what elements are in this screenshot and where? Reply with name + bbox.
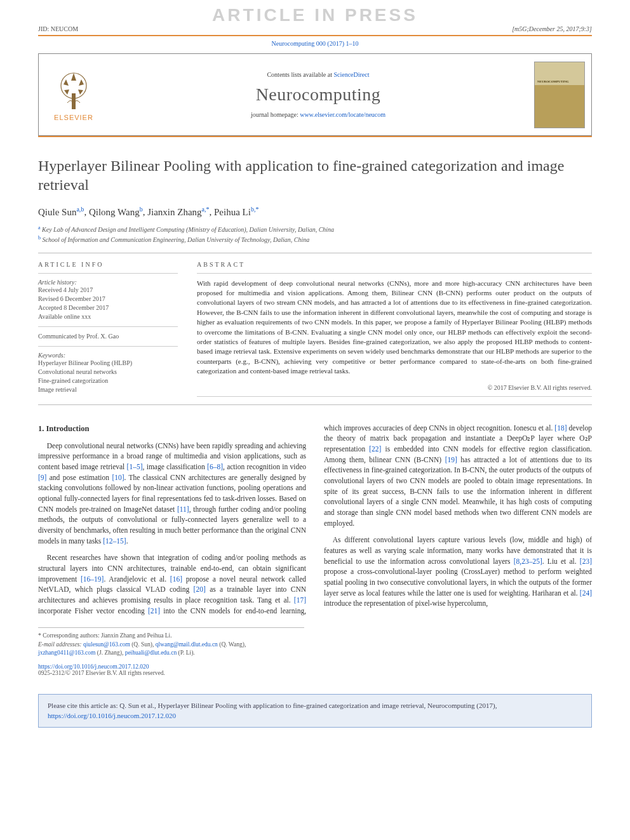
author-email[interactable]: qlwang@mail.dlut.edu.cn bbox=[156, 641, 218, 648]
journal-name: Neurocomputing bbox=[256, 84, 381, 105]
email-who: (P. Li). bbox=[178, 650, 195, 656]
citation[interactable]: [9] bbox=[38, 474, 46, 481]
publisher-name: ELSEVIER bbox=[54, 114, 93, 121]
affiliation-text: School of Information and Communication … bbox=[43, 237, 310, 244]
body-text: . bbox=[126, 537, 128, 545]
author-email[interactable]: jxzhang0411@163.com bbox=[38, 650, 95, 656]
doi-link[interactable]: https://doi.org/10.1016/j.neucom.2017.12… bbox=[38, 663, 149, 670]
cite-this-article-box: Please cite this article as: Q. Sun et a… bbox=[38, 694, 592, 728]
citation[interactable]: [16] bbox=[170, 575, 182, 583]
citebox-text: Please cite this article as: Q. Sun et a… bbox=[48, 702, 497, 709]
journal-homepage-link[interactable]: www.elsevier.com/locate/neucom bbox=[300, 111, 385, 118]
history-item: Revised 6 December 2017 bbox=[38, 295, 178, 303]
author-name: Jianxin Zhang bbox=[147, 207, 201, 217]
keywords-label: Keywords: bbox=[38, 352, 178, 359]
abstract-column: abstract With rapid development of deep … bbox=[197, 261, 592, 397]
issn-copyright: 0925-2312/© 2017 Elsevier B.V. All right… bbox=[38, 670, 304, 676]
citation[interactable]: [20] bbox=[194, 585, 206, 593]
journal-masthead: ELSEVIER Contents lists available at Sci… bbox=[38, 53, 592, 136]
article-title: Hyperlayer Bilinear Pooling with applica… bbox=[38, 156, 592, 194]
citation[interactable]: [10] bbox=[112, 474, 124, 481]
citation[interactable]: [23] bbox=[580, 557, 592, 565]
body-text: introduce the representation of pixel-wi… bbox=[324, 599, 488, 607]
history-item: Accepted 8 December 2017 bbox=[38, 303, 178, 312]
homepage-prefix: journal homepage: bbox=[251, 111, 300, 118]
keyword: Fine-grained categorization bbox=[38, 377, 178, 385]
journal-reference-line: Neurocomputing 000 (2017) 1–10 bbox=[0, 36, 630, 51]
citation[interactable]: [1–5] bbox=[127, 463, 143, 470]
affiliation-text: Key Lab of Advanced Design and Intellige… bbox=[42, 226, 334, 233]
keyword: Hyperlayer Bilinear Pooling (HLBP) bbox=[38, 359, 178, 368]
citation[interactable]: [22] bbox=[369, 445, 381, 453]
citation[interactable]: [6–8] bbox=[207, 463, 223, 470]
build-meta: [m5G;December 25, 2017;9:3] bbox=[512, 25, 592, 32]
history-label: Article history: bbox=[38, 279, 178, 286]
body-text: and pose estimation bbox=[46, 474, 112, 481]
body-text: , action recognition in video bbox=[223, 463, 306, 470]
divider bbox=[38, 253, 592, 253]
affiliation-list: a Key Lab of Advanced Design and Intelli… bbox=[38, 224, 592, 245]
abstract-text: With rapid development of deep convoluti… bbox=[197, 279, 592, 377]
jid-label: JID: NEUCOM bbox=[38, 25, 78, 32]
citation[interactable]: [16–19] bbox=[81, 575, 104, 583]
author-name: Qiule Sun bbox=[38, 207, 76, 217]
history-item: Received 4 July 2017 bbox=[38, 286, 178, 295]
history-item: Available online xxx bbox=[38, 312, 178, 321]
contents-lists-line: Contents lists available at ScienceDirec… bbox=[267, 71, 369, 78]
citation[interactable]: [21] bbox=[148, 607, 160, 615]
cover-thumbnail-block: NEUROCOMPUTING bbox=[528, 54, 591, 135]
email-line: E-mail addresses: qiulesun@163.com (Q. S… bbox=[38, 641, 304, 658]
article-info-column: article info Article history: Received 4… bbox=[38, 261, 178, 397]
citation[interactable]: [17] bbox=[294, 596, 306, 604]
citation[interactable]: [24] bbox=[580, 589, 592, 597]
citebox-doi-link[interactable]: https://doi.org/10.1016/j.neucom.2017.12… bbox=[48, 712, 176, 719]
abstract-header: abstract bbox=[197, 261, 592, 268]
citation[interactable]: [11] bbox=[177, 505, 189, 513]
cover-title: NEUROCOMPUTING bbox=[537, 80, 569, 83]
citation[interactable]: [12–15] bbox=[103, 537, 126, 545]
section-heading: 1. Introduction bbox=[38, 423, 306, 434]
corresponding-note: * Corresponding authors: Jianxin Zhang a… bbox=[38, 632, 304, 640]
body-text: incorporate Fisher vector encoding bbox=[38, 607, 148, 615]
email-who: (Q. Wang) bbox=[219, 641, 245, 648]
author-email[interactable]: qiulesun@163.com bbox=[83, 641, 130, 648]
corresponding-star: * bbox=[206, 206, 210, 213]
body-text: propose a cross-convolutional-layer pool… bbox=[324, 568, 592, 596]
affiliation-key: a bbox=[38, 225, 41, 230]
top-meta-bar: JID: NEUCOM [m5G;December 25, 2017;9:3] bbox=[0, 25, 630, 35]
body-paragraph: Deep convolutional neural networks (CNNs… bbox=[38, 441, 306, 547]
affiliation: b School of Information and Communicatio… bbox=[38, 234, 592, 244]
affiliation: a Key Lab of Advanced Design and Intelli… bbox=[38, 224, 592, 234]
contents-lists-prefix: Contents lists available at bbox=[267, 71, 333, 78]
publisher-block: ELSEVIER bbox=[39, 54, 109, 135]
author-name: Peihua Li bbox=[214, 207, 251, 217]
article-body: 1. Introduction Deep convolutional neura… bbox=[38, 423, 592, 617]
author-aff: a,b bbox=[76, 206, 84, 213]
abstract-copyright: © 2017 Elsevier B.V. All rights reserved… bbox=[197, 384, 592, 391]
email-who: (Q. Sun) bbox=[131, 641, 152, 648]
divider bbox=[38, 404, 592, 405]
citation[interactable]: [18] bbox=[554, 424, 566, 432]
journal-ref-link[interactable]: Neurocomputing 000 (2017) 1–10 bbox=[272, 40, 359, 47]
sciencedirect-link[interactable]: ScienceDirect bbox=[333, 71, 369, 78]
body-paragraph: As different convolutional layers captur… bbox=[324, 535, 592, 609]
body-text: has attracted a lot of attentions due to… bbox=[324, 456, 592, 527]
body-text: . Arandjelovic et al. bbox=[104, 575, 170, 583]
doi-block: https://doi.org/10.1016/j.neucom.2017.12… bbox=[38, 663, 304, 676]
author-email[interactable]: peihuali@dlut.edu.cn bbox=[125, 650, 177, 656]
article-info-header: article info bbox=[38, 261, 178, 268]
corresponding-star: * bbox=[255, 206, 258, 213]
journal-homepage-line: journal homepage: www.elsevier.com/locat… bbox=[251, 111, 385, 118]
elsevier-tree-icon bbox=[55, 68, 93, 112]
author-aff: a, bbox=[202, 206, 206, 213]
author-name: Qilong Wang bbox=[89, 207, 140, 217]
info-abstract-row: article info Article history: Received 4… bbox=[38, 261, 592, 397]
citation[interactable]: [8,23–25] bbox=[514, 557, 542, 565]
citation[interactable]: [19] bbox=[445, 456, 457, 463]
communicated-by: Communicated by Prof. X. Gao bbox=[38, 332, 178, 341]
email-label: E-mail addresses: bbox=[38, 641, 82, 648]
author-aff: b bbox=[140, 206, 143, 213]
affiliation-key: b bbox=[38, 235, 41, 241]
keyword: Image retrieval bbox=[38, 385, 178, 394]
author-list: Qiule Suna,b, Qilong Wangb, Jianxin Zhan… bbox=[38, 206, 592, 218]
